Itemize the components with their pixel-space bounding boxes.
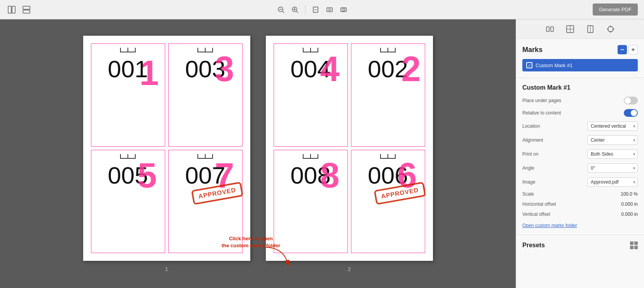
location-value: Centered vertical Top Bottom Left Right	[569, 121, 638, 131]
card-6-tick	[380, 48, 396, 52]
place-under-pages-toggle[interactable]	[624, 97, 638, 104]
toolbar-center	[37, 4, 588, 15]
alignment-select-wrapper: Center Left Right	[587, 135, 638, 145]
card-1-tick	[120, 48, 136, 52]
grid-layout-icon[interactable]	[563, 22, 577, 36]
marks-title-buttons: − +	[618, 45, 638, 54]
card-1: 001 1	[91, 43, 165, 147]
card-1-main: 001	[108, 57, 148, 81]
place-under-pages-row: Place under pages	[522, 97, 638, 104]
horizontal-offset-label: Horizontal offset	[522, 201, 569, 207]
page-1: 001 1 003 3 005 5	[83, 36, 250, 261]
angle-select[interactable]: 0° 90° 180° 270°	[587, 163, 638, 173]
card-5-overlay: 4	[320, 52, 339, 87]
svg-point-14	[329, 9, 331, 10]
svg-rect-2	[23, 6, 30, 9]
toolbar-left	[6, 4, 32, 15]
annotation-arrow	[261, 245, 292, 269]
print-on-select-wrapper: Both Sides Front Only Back Only	[587, 149, 638, 159]
card-6: 002 2	[351, 43, 425, 147]
image-value: Approved.pdf	[569, 177, 638, 187]
zoom-actual-icon[interactable]	[338, 4, 349, 15]
angle-select-wrapper: 0° 90° 180° 270°	[587, 163, 638, 173]
image-row: Image Approved.pdf	[522, 177, 638, 187]
svg-line-6	[283, 11, 284, 13]
svg-rect-0	[8, 6, 11, 13]
location-select[interactable]: Centered vertical Top Bottom Left Right	[587, 121, 638, 131]
toolbar-divider	[305, 5, 305, 14]
alignment-value: Center Left Right	[569, 135, 638, 145]
image-select[interactable]: Approved.pdf	[587, 177, 638, 187]
presets-grid-icon[interactable]	[630, 241, 638, 249]
vertical-offset-value: 0.000 in	[569, 212, 638, 217]
horizontal-offset-value: 0.000 in	[569, 201, 638, 207]
card-3-tick	[120, 154, 136, 159]
card-8-tick	[380, 154, 396, 159]
svg-line-10	[297, 11, 298, 13]
presets-section: Presets	[516, 235, 644, 255]
horizontal-offset-number: 0.000 in	[621, 201, 638, 207]
fit-page-icon[interactable]	[310, 4, 321, 15]
card-2: 003 3	[168, 43, 243, 147]
open-custom-marks-folder-link[interactable]: Open custom marks folder	[522, 223, 577, 228]
fit-width-icon[interactable]	[324, 4, 335, 15]
zoom-in-icon[interactable]	[290, 4, 300, 15]
svg-rect-19	[546, 27, 549, 31]
card-7: 008 8	[274, 150, 348, 253]
vertical-offset-label: Vertical offset	[522, 212, 569, 217]
place-under-pages-label: Place under pages	[522, 98, 569, 103]
print-on-label: Print on	[522, 151, 569, 157]
custom-mark-item[interactable]: ✓ Custom Mark #1	[522, 59, 638, 71]
card-5: 004 4	[274, 43, 348, 147]
card-7-tick	[303, 154, 318, 159]
horizontal-offset-row: Horizontal offset 0.000 in	[522, 201, 638, 207]
crosshair-icon[interactable]	[604, 22, 618, 36]
canvas-area: 001 1 003 3 005 5	[0, 19, 516, 288]
print-on-row: Print on Both Sides Front Only Back Only	[522, 149, 638, 159]
scale-label: Scale	[522, 191, 569, 197]
angle-label: Angle	[522, 165, 569, 171]
alignment-label: Alignment	[522, 137, 569, 143]
print-on-select[interactable]: Both Sides Front Only Back Only	[587, 149, 638, 159]
vertical-offset-row: Vertical offset 0.000 in	[522, 212, 638, 217]
card-4-tick	[197, 154, 213, 159]
marks-plus-button[interactable]: +	[628, 45, 638, 54]
place-under-pages-value	[569, 97, 638, 104]
card-2-overlay: 3	[215, 52, 234, 87]
vertical-offset-number: 0.000 in	[621, 212, 638, 217]
card-6-overlay: 2	[401, 52, 421, 87]
card-5-tick	[303, 48, 318, 52]
card-7-overlay: 8	[320, 158, 339, 193]
marks-minus-button[interactable]: −	[618, 45, 627, 54]
marks-title-text: Marks	[522, 46, 543, 54]
page-1-number: 1	[165, 266, 168, 272]
image-select-wrapper: Approved.pdf	[587, 177, 638, 187]
alignment-row: Alignment Center Left Right	[522, 135, 638, 145]
card-3: 005 5	[91, 150, 165, 253]
marks-section: Marks − + ✓ Custom Mark #1	[516, 39, 644, 78]
custom-mark-settings: Custom Mark #1 Place under pages Relativ…	[516, 78, 644, 235]
card-2-tick	[197, 48, 213, 52]
toolbar: Generate PDF	[0, 0, 644, 19]
svg-rect-13	[327, 8, 332, 12]
svg-point-17	[343, 9, 344, 10]
zoom-out-icon[interactable]	[276, 4, 286, 15]
layout-icon-1[interactable]	[6, 4, 17, 15]
scale-row: Scale 100.0 %	[522, 191, 638, 197]
svg-rect-20	[551, 27, 553, 31]
relative-to-content-label: Relative to content	[522, 110, 569, 116]
custom-mark-checkbox[interactable]: ✓	[526, 62, 532, 68]
presets-title: Presets	[522, 242, 545, 249]
location-row: Location Centered vertical Top Bottom Le…	[522, 121, 638, 131]
alignment-select[interactable]: Center Left Right	[587, 135, 638, 145]
relative-to-content-row: Relative to content	[522, 109, 638, 117]
location-label: Location	[522, 123, 569, 129]
relative-to-content-toggle[interactable]	[624, 109, 638, 117]
layout-icon-2[interactable]	[21, 4, 32, 15]
toolbar-right: Generate PDF	[593, 3, 638, 16]
svg-rect-3	[23, 10, 30, 13]
generate-pdf-button[interactable]: Generate PDF	[593, 3, 638, 16]
svg-point-26	[608, 26, 613, 32]
single-layout-icon[interactable]	[583, 22, 597, 36]
duplicate-layout-icon[interactable]	[543, 22, 557, 36]
